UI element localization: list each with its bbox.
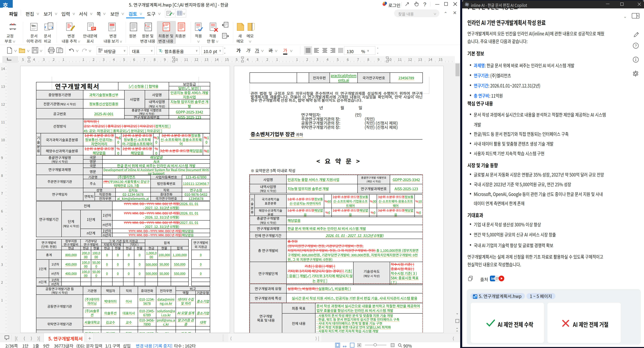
svg-text:T: T [161, 50, 163, 53]
svg-text:Ver.: Ver. [31, 24, 36, 27]
svg-text:?: ? [635, 44, 636, 48]
